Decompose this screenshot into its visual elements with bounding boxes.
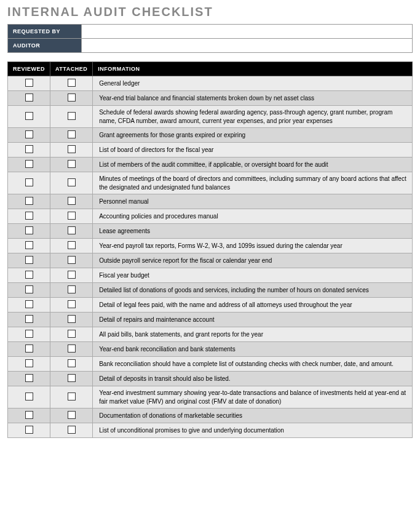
attached-checkbox[interactable] (68, 271, 76, 279)
info-cell: Detail of repairs and maintenance accoun… (93, 313, 413, 327)
header-table: REQUESTED BY AUDITOR (7, 24, 413, 53)
table-row: Detail of repairs and maintenance accoun… (8, 313, 413, 327)
table-row: Fiscal year budget (8, 268, 413, 283)
reviewed-checkbox[interactable] (25, 359, 33, 367)
info-cell: Year-end payroll tax reports, Forms W-2,… (93, 239, 413, 253)
attached-checkbox[interactable] (68, 374, 76, 382)
attached-checkbox[interactable] (68, 160, 76, 168)
info-cell: Year-end bank reconciliation and bank st… (93, 342, 413, 357)
reviewed-checkbox[interactable] (25, 241, 33, 249)
info-cell: Accounting policies and procedures manua… (93, 209, 413, 224)
attached-checkbox[interactable] (68, 79, 76, 87)
auditor-label: AUDITOR (8, 39, 82, 53)
table-row: Detail of legal fees paid, with the name… (8, 298, 413, 313)
attached-checkbox[interactable] (68, 392, 76, 400)
attached-checkbox[interactable] (68, 145, 76, 153)
info-cell: Bank reconciliation should have a comple… (93, 357, 413, 372)
table-row: All paid bills, bank statements, and gra… (8, 327, 413, 342)
info-cell: Year-end trial balance and financial sta… (93, 91, 413, 106)
table-row: List of members of the audit committee, … (8, 157, 413, 172)
column-header-attached: ATTACHED (50, 62, 93, 76)
auditor-input[interactable] (82, 39, 413, 53)
table-row: List of unconditional promises to give a… (8, 423, 413, 438)
reviewed-checkbox[interactable] (25, 285, 33, 293)
attached-checkbox[interactable] (68, 197, 76, 205)
info-cell: Personnel manual (93, 194, 413, 209)
reviewed-checkbox[interactable] (25, 256, 33, 264)
info-cell: Fiscal year budget (93, 268, 413, 283)
attached-checkbox[interactable] (68, 241, 76, 249)
table-row: Year-end trial balance and financial sta… (8, 91, 413, 106)
table-row: Detail of deposits in transit should als… (8, 372, 413, 386)
reviewed-checkbox[interactable] (25, 160, 33, 168)
checklist-table: REVIEWED ATTACHED INFORMATION General le… (7, 62, 413, 438)
reviewed-checkbox[interactable] (25, 271, 33, 279)
reviewed-checkbox[interactable] (25, 79, 33, 87)
attached-checkbox[interactable] (68, 426, 76, 434)
attached-checkbox[interactable] (68, 359, 76, 367)
reviewed-checkbox[interactable] (25, 300, 33, 308)
reviewed-checkbox[interactable] (25, 315, 33, 323)
info-cell: Schedule of federal awards showing feder… (93, 106, 413, 128)
info-cell: Grant agreements for those grants expire… (93, 128, 413, 143)
reviewed-checkbox[interactable] (25, 411, 33, 419)
info-cell: Detail of legal fees paid, with the name… (93, 298, 413, 313)
info-cell: Outside payroll service report for the f… (93, 253, 413, 268)
attached-checkbox[interactable] (68, 226, 76, 234)
reviewed-checkbox[interactable] (25, 426, 33, 434)
info-cell: All paid bills, bank statements, and gra… (93, 327, 413, 342)
table-row: Schedule of federal awards showing feder… (8, 106, 413, 128)
info-cell: List of unconditional promises to give a… (93, 423, 413, 438)
info-cell: Detailed list of donations of goods and … (93, 283, 413, 298)
table-row: Documentation of donations of marketable… (8, 408, 413, 423)
table-row: Grant agreements for those grants expire… (8, 128, 413, 143)
attached-checkbox[interactable] (68, 315, 76, 323)
table-row: Lease agreements (8, 224, 413, 239)
reviewed-checkbox[interactable] (25, 197, 33, 205)
info-cell: General ledger (93, 76, 413, 91)
info-cell: Year-end investment summary showing year… (93, 386, 413, 408)
info-cell: Detail of deposits in transit should als… (93, 372, 413, 386)
attached-checkbox[interactable] (68, 300, 76, 308)
table-row: Outside payroll service report for the f… (8, 253, 413, 268)
attached-checkbox[interactable] (68, 212, 76, 220)
table-row: Bank reconciliation should have a comple… (8, 357, 413, 372)
attached-checkbox[interactable] (68, 345, 76, 353)
reviewed-checkbox[interactable] (25, 178, 33, 186)
reviewed-checkbox[interactable] (25, 145, 33, 153)
attached-checkbox[interactable] (68, 94, 76, 102)
column-header-reviewed: REVIEWED (8, 62, 50, 76)
attached-checkbox[interactable] (68, 130, 76, 138)
requested-by-label: REQUESTED BY (8, 25, 82, 39)
info-cell: List of members of the audit committee, … (93, 157, 413, 172)
reviewed-checkbox[interactable] (25, 112, 33, 120)
attached-checkbox[interactable] (68, 178, 76, 186)
reviewed-checkbox[interactable] (25, 345, 33, 353)
requested-by-input[interactable] (82, 25, 413, 39)
table-row: Minutes of meetings of the board of dire… (8, 172, 413, 194)
table-row: Personnel manual (8, 194, 413, 209)
table-row: Detailed list of donations of goods and … (8, 283, 413, 298)
info-cell: List of board of directors for the fisca… (93, 143, 413, 157)
reviewed-checkbox[interactable] (25, 212, 33, 220)
reviewed-checkbox[interactable] (25, 226, 33, 234)
info-cell: Lease agreements (93, 224, 413, 239)
attached-checkbox[interactable] (68, 285, 76, 293)
attached-checkbox[interactable] (68, 330, 76, 338)
reviewed-checkbox[interactable] (25, 374, 33, 382)
reviewed-checkbox[interactable] (25, 330, 33, 338)
table-row: Accounting policies and procedures manua… (8, 209, 413, 224)
reviewed-checkbox[interactable] (25, 94, 33, 102)
table-row: General ledger (8, 76, 413, 91)
page-title: INTERNAL AUDIT CHECKLIST (7, 5, 413, 19)
table-row: Year-end bank reconciliation and bank st… (8, 342, 413, 357)
attached-checkbox[interactable] (68, 256, 76, 264)
reviewed-checkbox[interactable] (25, 130, 33, 138)
table-row: Year-end investment summary showing year… (8, 386, 413, 408)
info-cell: Minutes of meetings of the board of dire… (93, 172, 413, 194)
table-row: Year-end payroll tax reports, Forms W-2,… (8, 239, 413, 253)
attached-checkbox[interactable] (68, 411, 76, 419)
column-header-information: INFORMATION (93, 62, 413, 76)
reviewed-checkbox[interactable] (25, 392, 33, 400)
attached-checkbox[interactable] (68, 112, 76, 120)
